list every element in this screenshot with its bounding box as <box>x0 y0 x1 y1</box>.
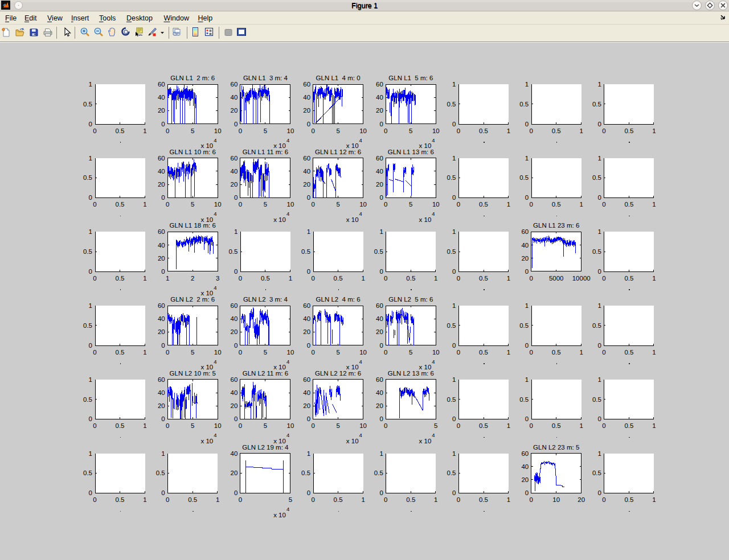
svg-text:GLN L1 18 m: 6: GLN L1 18 m: 6 <box>170 222 216 229</box>
svg-text:5000: 5000 <box>549 275 564 282</box>
svg-text:10: 10 <box>359 127 367 134</box>
svg-text:0: 0 <box>602 349 605 356</box>
svg-text:1: 1 <box>597 228 601 235</box>
svg-text:5: 5 <box>289 496 292 503</box>
svg-text:0.5: 0.5 <box>374 470 383 476</box>
svg-text:40: 40 <box>231 389 238 396</box>
svg-text:Figure 1: Figure 1 <box>351 2 378 10</box>
svg-text:1: 1 <box>652 496 656 503</box>
svg-text:1: 1 <box>579 349 583 356</box>
svg-text:0.5: 0.5 <box>624 422 633 429</box>
svg-text:0.5: 0.5 <box>447 396 456 403</box>
svg-text:1: 1 <box>361 496 364 503</box>
svg-text:1: 1 <box>597 376 601 383</box>
svg-text:40: 40 <box>303 315 310 322</box>
svg-text:GLN L1 5 m: 6: GLN L1 5 m: 6 <box>388 75 433 81</box>
svg-text:GLN L1 12 m: 6: GLN L1 12 m: 6 <box>315 149 361 155</box>
svg-text:0: 0 <box>161 268 165 275</box>
svg-text:40: 40 <box>158 168 165 175</box>
svg-text:1: 1 <box>652 422 656 429</box>
svg-text:GLN L2 11 m: 6: GLN L2 11 m: 6 <box>243 370 288 377</box>
svg-text:5: 5 <box>336 422 339 429</box>
svg-text:1: 1 <box>652 127 656 134</box>
svg-text:0: 0 <box>457 201 460 208</box>
svg-text:40: 40 <box>158 389 165 396</box>
svg-text:10: 10 <box>359 201 367 208</box>
svg-text:1: 1 <box>452 228 456 235</box>
svg-text:GLN L1 4 m: 0: GLN L1 4 m: 0 <box>316 75 361 81</box>
svg-text:1: 1 <box>143 349 146 356</box>
svg-text:0: 0 <box>597 415 601 422</box>
svg-text:1: 1 <box>89 376 92 383</box>
svg-text:1: 1 <box>307 228 310 235</box>
svg-text:1: 1 <box>361 275 364 282</box>
svg-text:4: 4 <box>432 359 435 365</box>
svg-text:5: 5 <box>264 422 267 429</box>
svg-text:0: 0 <box>234 268 237 275</box>
svg-text:60: 60 <box>376 376 383 383</box>
svg-text:0: 0 <box>384 349 387 356</box>
svg-text:5: 5 <box>191 349 194 356</box>
svg-text:0: 0 <box>89 268 92 275</box>
svg-text:10: 10 <box>214 127 222 134</box>
svg-text:1: 1 <box>89 81 92 88</box>
svg-text:0: 0 <box>239 201 242 208</box>
svg-text:0.5: 0.5 <box>116 201 125 208</box>
svg-text:40: 40 <box>303 389 310 396</box>
svg-text:0: 0 <box>311 127 314 134</box>
svg-text:0: 0 <box>161 489 165 496</box>
svg-text:x 10: x 10 <box>419 438 432 444</box>
svg-text:Desktop: Desktop <box>126 14 153 22</box>
svg-text:0: 0 <box>384 275 387 282</box>
svg-text:60: 60 <box>521 228 529 235</box>
svg-text:20: 20 <box>376 328 383 335</box>
svg-text:0.5: 0.5 <box>334 275 343 282</box>
svg-text:4: 4 <box>286 359 289 365</box>
svg-text:0.5: 0.5 <box>83 470 92 476</box>
svg-text:1: 1 <box>507 201 510 208</box>
svg-text:0: 0 <box>529 127 533 134</box>
svg-text:0: 0 <box>89 415 92 422</box>
svg-text:10: 10 <box>287 201 294 208</box>
svg-text:0: 0 <box>602 201 605 208</box>
svg-text:5: 5 <box>264 201 267 208</box>
svg-text:0: 0 <box>93 349 96 356</box>
svg-text:0.5: 0.5 <box>592 101 601 108</box>
svg-text:0: 0 <box>89 121 92 127</box>
svg-text:0.5: 0.5 <box>479 349 488 356</box>
svg-text:0: 0 <box>602 422 605 429</box>
svg-text:0.5: 0.5 <box>116 422 125 429</box>
svg-text:0: 0 <box>234 342 237 349</box>
svg-text:5: 5 <box>336 349 339 356</box>
svg-text:GLN L1 23 m: 6: GLN L1 23 m: 6 <box>533 222 579 229</box>
svg-text:0: 0 <box>93 422 96 429</box>
svg-text:GLN L1 13 m: 6: GLN L1 13 m: 6 <box>388 149 434 155</box>
svg-text:x 10: x 10 <box>273 512 286 518</box>
svg-text:0: 0 <box>379 415 383 422</box>
svg-text:10: 10 <box>552 496 560 503</box>
svg-text:1: 1 <box>525 155 529 162</box>
svg-text:GLN L2 19 m: 4: GLN L2 19 m: 4 <box>242 444 289 451</box>
svg-text:4: 4 <box>286 211 289 217</box>
svg-text:0.5: 0.5 <box>592 322 601 329</box>
svg-text:0: 0 <box>89 489 92 496</box>
svg-text:Edit: Edit <box>24 14 37 22</box>
svg-text:0: 0 <box>307 194 310 201</box>
svg-text:5: 5 <box>409 127 412 134</box>
svg-text:0: 0 <box>311 349 314 356</box>
svg-text:0: 0 <box>597 121 601 127</box>
svg-text:60: 60 <box>158 155 165 162</box>
svg-text:40: 40 <box>231 94 238 101</box>
svg-text:60: 60 <box>231 376 238 383</box>
svg-text:1: 1 <box>597 155 601 162</box>
svg-text:0: 0 <box>161 194 165 201</box>
svg-text:0: 0 <box>597 268 601 275</box>
svg-text:40: 40 <box>376 168 383 175</box>
svg-text:0: 0 <box>529 201 533 208</box>
svg-text:0: 0 <box>239 422 242 429</box>
svg-text:GLN L2 23 m: 5: GLN L2 23 m: 5 <box>533 444 579 451</box>
svg-text:5: 5 <box>434 422 437 429</box>
svg-text:1: 1 <box>525 376 529 383</box>
svg-text:1: 1 <box>89 302 92 309</box>
svg-text:x 10: x 10 <box>419 216 432 223</box>
